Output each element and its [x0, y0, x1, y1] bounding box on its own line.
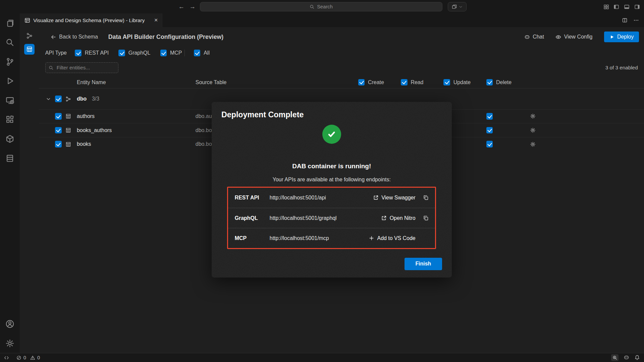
entity-name: books [77, 141, 91, 147]
all-label: All [204, 50, 210, 56]
endpoint-row-rest: REST API http://localhost:5001/api View … [228, 188, 435, 208]
back-label: Back to Schema [59, 34, 98, 40]
endpoint-action-label: View Swagger [381, 195, 415, 201]
source-control-icon[interactable] [0, 52, 20, 72]
filter-text-field[interactable] [57, 65, 110, 71]
run-debug-icon[interactable] [0, 71, 20, 91]
copilot-status-icon[interactable] [624, 355, 629, 360]
delete-checkbox[interactable] [486, 127, 493, 134]
copy-icon[interactable] [423, 215, 429, 221]
row-settings-gear-icon[interactable] [530, 113, 536, 119]
deploy-button[interactable]: Deploy [604, 32, 639, 42]
delete-all-checkbox[interactable] [486, 79, 493, 86]
tab-schema-designer[interactable]: Visualize and Design Schema (Preview) - … [20, 13, 162, 27]
status-description: Your APIs are available at the following… [221, 176, 442, 183]
open-nitro-link[interactable]: Open Nitro [381, 215, 416, 221]
view-config-button[interactable]: View Config [555, 34, 592, 40]
toggle-secondary-sidebar-icon[interactable] [634, 4, 640, 10]
external-link-icon [373, 195, 379, 200]
endpoint-name: MCP [235, 235, 270, 241]
entity-name-header: Entity Name [77, 79, 106, 85]
endpoint-url: http://localhost:5001/api [270, 195, 373, 201]
tab-title: Visualize and Design Schema (Preview) - … [33, 17, 145, 23]
endpoint-url: http://localhost:5001/mcp [270, 235, 369, 241]
close-icon[interactable]: × [154, 17, 158, 23]
rest-api-label: REST API [85, 50, 109, 56]
all-checkbox[interactable] [194, 50, 201, 56]
remote-explorer-icon[interactable] [0, 91, 20, 110]
designer-rail [20, 27, 39, 353]
read-header: Read [411, 79, 423, 85]
activity-bar [0, 13, 20, 353]
deploy-label: Deploy [617, 34, 634, 40]
entity-name: authors [77, 113, 95, 119]
finish-button[interactable]: Finish [405, 258, 442, 270]
search-placeholder: Search [317, 4, 333, 9]
chevron-down-icon[interactable] [46, 96, 51, 102]
search-icon [310, 4, 315, 9]
row-checkbox[interactable] [55, 113, 62, 120]
nav-forward-button[interactable]: → [189, 3, 195, 10]
update-all-checkbox[interactable] [443, 79, 450, 86]
settings-gear-icon[interactable] [0, 334, 20, 353]
toggle-primary-sidebar-icon[interactable] [613, 4, 619, 10]
external-link-icon [381, 215, 387, 221]
read-all-checkbox[interactable] [401, 79, 408, 86]
more-actions-icon[interactable] [633, 17, 639, 23]
row-settings-gear-icon[interactable] [530, 127, 536, 133]
session-picker-button[interactable] [448, 2, 467, 11]
row-checkbox[interactable] [55, 141, 62, 147]
endpoint-action-label: Open Nitro [390, 215, 416, 221]
nav-back-button[interactable]: ← [178, 3, 184, 10]
customize-layout-icon[interactable] [603, 4, 609, 10]
split-editor-icon[interactable] [622, 17, 628, 23]
schema-diagram-icon[interactable] [24, 31, 35, 41]
graphql-checkbox[interactable] [118, 50, 125, 56]
database-projects-icon[interactable] [0, 129, 20, 149]
command-center-search[interactable]: Search [200, 2, 442, 11]
extensions-icon[interactable] [0, 110, 20, 129]
warning-count: 0 [37, 355, 40, 360]
group-checkbox[interactable] [55, 96, 62, 102]
account-icon[interactable] [0, 314, 20, 334]
delete-checkbox[interactable] [486, 141, 493, 147]
endpoints-panel: REST API http://localhost:5001/api View … [227, 187, 436, 249]
copy-icon[interactable] [423, 195, 429, 200]
mcp-option[interactable]: MCP [160, 50, 182, 56]
rest-api-option[interactable]: REST API [75, 50, 109, 56]
delete-checkbox[interactable] [486, 113, 493, 120]
add-to-vscode-link[interactable]: Add to VS Code [369, 235, 416, 241]
explorer-icon[interactable] [0, 13, 20, 33]
plus-icon [369, 235, 374, 241]
search-view-icon[interactable] [0, 33, 20, 52]
row-settings-gear-icon[interactable] [530, 141, 536, 147]
api-builder-icon[interactable] [24, 44, 35, 55]
enabled-summary: 3 of 3 enabled [605, 65, 638, 71]
search-icon [49, 65, 54, 70]
graphql-option[interactable]: GraphQL [118, 50, 150, 56]
storage-explorer-icon[interactable] [0, 148, 20, 168]
dialog-title: Deployment Complete [221, 110, 442, 120]
problems-indicator[interactable]: 0 0 [16, 355, 40, 360]
zoom-indicator-icon[interactable] [611, 354, 619, 361]
eye-icon [555, 34, 561, 40]
source-table-header: Source Table [196, 79, 227, 85]
chat-button[interactable]: Chat [524, 34, 544, 40]
all-option[interactable]: All [194, 50, 210, 56]
bell-icon[interactable] [634, 355, 640, 360]
rest-api-checkbox[interactable] [75, 50, 82, 56]
title-bar: ← → Search [0, 0, 644, 13]
create-all-checkbox[interactable] [358, 79, 365, 86]
row-checkbox[interactable] [55, 127, 62, 134]
toggle-panel-icon[interactable] [624, 4, 630, 10]
remote-indicator-icon[interactable] [4, 355, 9, 360]
mcp-checkbox[interactable] [160, 50, 167, 56]
error-count: 0 [23, 355, 26, 360]
back-to-schema-link[interactable]: Back to Schema [51, 34, 98, 40]
divider [184, 50, 185, 56]
table-entity-icon [65, 141, 71, 147]
filter-entities-input[interactable] [45, 62, 118, 73]
view-swagger-link[interactable]: View Swagger [373, 195, 416, 201]
success-check-icon [322, 125, 341, 143]
warning-icon [30, 355, 35, 360]
